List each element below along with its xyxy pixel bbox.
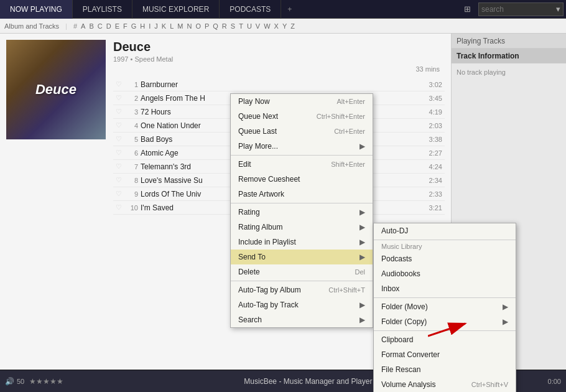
track-number: 5 [126,136,138,143]
ctx-rating-album[interactable]: Rating Album ▶ [231,220,373,235]
alpha-X[interactable]: X [272,22,281,30]
alpha-Y[interactable]: Y [281,22,289,30]
star-rating[interactable]: ★★★★★ [29,377,63,386]
tab-playing-tracks[interactable]: Playing Tracks [452,34,566,49]
alpha-B[interactable]: B [87,22,95,30]
ctx-edit[interactable]: Edit Shift+Enter [231,157,373,172]
submenu-inbox[interactable]: Inbox [374,281,516,296]
ctx-play-now-label: Play Now [238,97,270,106]
alpha-P[interactable]: P [203,22,211,30]
ctx-delete[interactable]: Delete Del [231,264,373,279]
ctx-queue-last[interactable]: Queue Last Ctrl+Enter [231,124,373,139]
search-box: ▾ [478,2,564,16]
ctx-delete-shortcut: Del [355,268,365,276]
ctx-autotag-track-arrow: ▶ [360,301,365,309]
heart-icon[interactable]: ♡ [116,121,126,129]
heart-icon[interactable]: ♡ [116,135,126,143]
track-number: 8 [126,177,138,184]
alpha-Q[interactable]: Q [211,22,220,30]
alpha-hash[interactable]: # [72,22,79,30]
alpha-U[interactable]: U [245,22,254,30]
alpha-J[interactable]: J [152,22,160,30]
top-nav: NOW PLAYING PLAYLISTS MUSIC EXPLORER POD… [0,0,566,19]
alpha-bar: Album and Tracks | # A B C D E F G H I J… [0,19,566,34]
ctx-paste-artwork[interactable]: Paste Artwork [231,187,373,202]
heart-icon[interactable]: ♡ [116,108,126,116]
tab-music-explorer[interactable]: MUSIC EXPLORER [132,0,220,19]
ctx-include-in-playlist[interactable]: Include in Playlist ▶ [231,235,373,250]
submenu-folder-move-label: Folder (Move) [381,302,428,311]
ctx-send-to[interactable]: Send To ▶ [231,250,373,264]
heart-icon[interactable]: ♡ [116,190,126,198]
alpha-K[interactable]: K [160,22,168,30]
alpha-O[interactable]: O [193,22,203,30]
submenu-file-rescan[interactable]: File Rescan [374,362,516,377]
volume-level: 50 [17,378,24,385]
track-number: 4 [126,122,138,129]
volume-icon: 🔊 [5,377,14,386]
heart-icon[interactable]: ♡ [116,94,126,102]
ctx-search[interactable]: Search ▶ [231,312,373,327]
alpha-N[interactable]: N [185,22,193,30]
alpha-T[interactable]: T [237,22,245,30]
track-number: 6 [126,149,138,157]
tab-playlists[interactable]: PLAYLISTS [73,0,132,19]
alpha-L[interactable]: L [168,22,175,30]
heart-icon[interactable]: ♡ [116,162,126,170]
alpha-W[interactable]: W [262,22,272,30]
heart-icon[interactable]: ♡ [116,149,126,157]
alpha-S[interactable]: S [229,22,237,30]
alpha-H[interactable]: H [138,22,147,30]
layout-button[interactable]: ⊞ [458,1,476,18]
submenu-format-converter[interactable]: Format Converter [374,347,516,362]
submenu-auto-dj[interactable]: Auto-DJ [374,223,516,238]
alpha-F[interactable]: F [121,22,129,30]
album-meta: 1997 • Speed Metal [113,55,445,63]
submenu-folder-move[interactable]: Folder (Move) ▶ [374,299,516,314]
table-row[interactable]: ♡ 1 Barnburner 3:02 [113,78,445,91]
search-input[interactable] [479,5,554,14]
ctx-autotag-album-label: Auto-Tag by Album [238,286,301,294]
heart-icon[interactable]: ♡ [116,80,126,88]
ctx-rating[interactable]: Rating ▶ [231,205,373,220]
alpha-V[interactable]: V [254,22,262,30]
ctx-queue-next[interactable]: Queue Next Ctrl+Shift+Enter [231,109,373,124]
svg-line-1 [428,324,465,336]
ctx-search-label: Search [238,315,262,324]
submenu-folder-copy-label: Folder (Copy) [381,317,427,326]
alpha-Z[interactable]: Z [289,22,297,30]
ctx-play-now[interactable]: Play Now Alt+Enter [231,94,373,109]
ctx-autotag-track[interactable]: Auto-Tag by Track ▶ [231,297,373,312]
ctx-autotag-album[interactable]: Auto-Tag by Album Ctrl+Shift+T [231,282,373,297]
alpha-A[interactable]: A [79,22,87,30]
alpha-G[interactable]: G [129,22,139,30]
submenu-volume-analysis[interactable]: Volume Analysis Ctrl+Shift+V [374,377,516,392]
track-duration: 3:45 [420,95,442,102]
ctx-send-to-label: Send To [238,253,266,261]
submenu-audiobooks[interactable]: Audiobooks [374,266,516,281]
heart-icon[interactable]: ♡ [116,176,126,184]
submenu-podcasts[interactable]: Podcasts [374,251,516,266]
ctx-play-more[interactable]: Play More... ▶ [231,139,373,154]
add-tab-button[interactable]: + [281,0,298,19]
heart-icon[interactable]: ♡ [116,203,126,212]
ctx-remove-cuesheet[interactable]: Remove Cuesheet [231,172,373,187]
alpha-D[interactable]: D [104,22,113,30]
search-submit-button[interactable]: ▾ [554,4,563,14]
track-duration: 2:33 [420,190,442,198]
breadcrumb: Album and Tracks [2,22,61,30]
tab-track-information[interactable]: Track Information [452,49,566,63]
ctx-rating-album-label: Rating Album [238,223,282,231]
alpha-E[interactable]: E [113,22,121,30]
submenu-send-to: Auto-DJ Music Library Podcasts Audiobook… [373,223,516,392]
alpha-I[interactable]: I [147,22,152,30]
alpha-M[interactable]: M [175,22,185,30]
ctx-rating-album-arrow: ▶ [360,223,365,231]
alpha-R[interactable]: R [220,22,229,30]
tab-podcasts[interactable]: PODCASTS [220,0,281,19]
submenu-audiobooks-label: Audiobooks [381,269,420,278]
alpha-C[interactable]: C [96,22,104,30]
tab-now-playing[interactable]: NOW PLAYING [0,0,73,19]
ctx-edit-label: Edit [238,160,251,169]
ctx-rating-label: Rating [238,208,260,217]
